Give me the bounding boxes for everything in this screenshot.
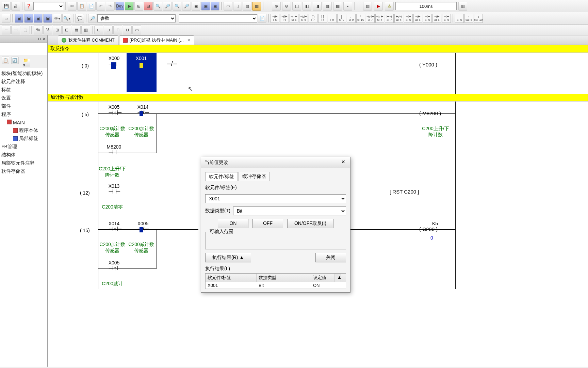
dialog-close-icon[interactable]: ✕ (340, 159, 347, 166)
tb-search1-icon[interactable]: 🔍 (153, 2, 162, 11)
tb3-b8-icon[interactable]: ▤ (72, 26, 81, 34)
tb-zoom1-icon[interactable]: ⊕ (272, 2, 281, 11)
tab-comment[interactable]: 软元件注释 COMMENT (58, 35, 118, 45)
tb-redo-icon[interactable]: ↷ (106, 2, 115, 11)
side-tb3-icon[interactable]: 📁▾ (23, 59, 30, 66)
m8200-contact[interactable]: ⊣ ⊢ (108, 149, 121, 156)
tb-print-icon[interactable]: 🖨 (11, 2, 20, 11)
tb2-b7-icon[interactable]: 🔍▾ (62, 14, 71, 23)
fkey-af7[interactable]: ⊢⊣aF7 (385, 14, 394, 23)
fkey-caf8[interactable]: ⊣⊢aF5 (442, 14, 451, 23)
tb2-b3-icon[interactable]: ▣ (24, 14, 33, 23)
tb-zoom5-icon[interactable]: ◨ (313, 2, 322, 11)
tb-combo-1[interactable] (33, 2, 64, 10)
fkey-cf9[interactable]: ⌐cF9 (347, 14, 356, 23)
dialog-tab-buffer[interactable]: 缓冲存储器 (239, 172, 270, 181)
x014b-contact[interactable]: ⊣↑⊢ (108, 225, 122, 233)
fkey-f9[interactable]: ─F9 (328, 14, 337, 23)
fkey-caf5-1[interactable]: ⊣⊢aF5 (404, 14, 413, 23)
tree-item-fb[interactable]: FB管理 (1, 143, 46, 151)
tb-sim2-icon[interactable]: ▥ (458, 2, 467, 11)
side-tb1-icon[interactable]: 📋 (2, 57, 9, 64)
tb-zoom4-icon[interactable]: ◧ (303, 2, 311, 11)
tree-item-module[interactable]: 模块(智能功能模块) (1, 70, 46, 78)
tb-dev5-icon[interactable]: ▣ (192, 2, 200, 11)
on-button[interactable]: ON (218, 219, 248, 228)
fkey-cf10[interactable]: ┘cF10 (356, 14, 365, 23)
tb-search2-icon[interactable]: 🔎 (163, 2, 172, 11)
scroll-up-icon[interactable]: ▲ (335, 274, 341, 282)
tb-paste-icon[interactable]: 📄 (87, 2, 96, 11)
tree-item-label[interactable]: 标签 (1, 86, 46, 94)
tb3-b13-icon[interactable]: ⊔ (123, 26, 132, 34)
tb-copy-icon[interactable]: 📋 (77, 2, 86, 11)
tb-cut-icon[interactable]: ✂ (68, 2, 77, 11)
tb3-b5-icon[interactable]: % (43, 26, 52, 34)
tb-warn-icon[interactable]: ⚠ (385, 2, 394, 11)
tb2-b6-icon[interactable]: 👁▾ (53, 14, 62, 23)
tb2-b4-icon[interactable]: ▣ (34, 14, 43, 23)
tab-close-icon[interactable]: ✕ (187, 38, 191, 43)
y000-coil[interactable]: ( Y000 ) (419, 62, 437, 67)
tb3-b6-icon[interactable]: ⊞ (53, 26, 62, 34)
rst-inst[interactable]: [ RST C200 ] (390, 189, 419, 195)
tb3-b12-icon[interactable]: ⊓ (113, 26, 122, 34)
tb3-b2-icon[interactable]: ⊣ (11, 26, 20, 34)
tb2-combo-2[interactable] (179, 14, 257, 22)
tb-dev7-icon[interactable]: ▣ (211, 2, 219, 11)
tb3-b7-icon[interactable]: ⊟ (62, 26, 71, 34)
tb-zoom8-icon[interactable]: ▪ (343, 2, 352, 11)
tb3-b1-icon[interactable]: ⊢ (2, 26, 11, 34)
device-select[interactable]: X001 (205, 194, 346, 203)
fkey-sf9[interactable]: │sF9 (337, 14, 346, 23)
type-select[interactable]: Bit (233, 206, 346, 215)
tb2-b2-icon[interactable]: ▣ (15, 14, 23, 23)
toggle-button[interactable]: ON/OFF取反(I) (287, 219, 333, 228)
tb-win4-icon[interactable]: ▦ (252, 2, 261, 11)
fkey-sf7[interactable]: ⊣P⊢sF7 (366, 14, 375, 23)
tb-zoom3-icon[interactable]: ◫ (292, 2, 301, 11)
x005b-contact[interactable]: ⊣/⊢ (137, 225, 150, 233)
not-contact[interactable]: ─/─ (167, 60, 177, 67)
x014-contact[interactable]: ⊣/⊢ (137, 109, 150, 117)
result-toggle-button[interactable]: 执行结果(R) ▲ (205, 253, 251, 262)
fkey-f8[interactable]: [ ]F8 (318, 14, 327, 23)
tb2-b5-icon[interactable]: ▣ (43, 14, 52, 23)
tb-dev1-icon[interactable]: Dev (115, 2, 124, 11)
fkey-sf8[interactable]: ⊣F⊢sF8 (375, 14, 384, 23)
tb-dev2-icon[interactable]: ▶ (125, 2, 134, 11)
tb-sim1-icon[interactable]: ▤ (363, 2, 372, 11)
fkey-caf6[interactable]: ⊣⊢aF5 (423, 14, 432, 23)
tb3-b14-icon[interactable]: ▭ (132, 26, 141, 34)
x013-contact[interactable]: ⊣ ⊢ (108, 188, 121, 195)
close-button[interactable]: 关闭 (315, 253, 346, 262)
tb-dev6-icon[interactable]: ▣ (201, 2, 210, 11)
tb3-b9-icon[interactable]: ▥ (81, 26, 90, 34)
result-row-1[interactable]: X001 Bit ON (206, 282, 346, 289)
close-icon[interactable]: ✕ (43, 37, 46, 41)
tree-item-body[interactable]: 程序本体 (1, 126, 46, 135)
tb2-find-icon[interactable]: 🔎 (88, 14, 97, 23)
tb-dev3-icon[interactable]: ⊞ (134, 2, 143, 11)
tb3-b4-icon[interactable]: % (34, 26, 43, 34)
tb-dev4-icon[interactable]: ⊟ (144, 2, 153, 11)
pin-icon[interactable]: ⊓ (38, 37, 41, 41)
tb-save-icon[interactable]: 💾 (2, 2, 11, 11)
tb3-b3-icon[interactable]: ▢ (21, 26, 30, 34)
tab-prg-main[interactable]: [PRG]监视 执行中 MAIN (... ✕ (119, 35, 194, 45)
tree-item-program[interactable]: 程序 (1, 110, 46, 119)
tree-item-parts[interactable]: 部件 (1, 102, 46, 110)
tb2-combo-param[interactable]: 参数 (97, 14, 176, 22)
fkey-af8[interactable]: ⊢/⊣aF8 (394, 14, 403, 23)
tb-zoom2-icon[interactable]: ⊖ (282, 2, 291, 11)
tree-item-setting[interactable]: 设置 (1, 94, 46, 102)
fkey-caf5-b[interactable]: ←caF5 (464, 14, 473, 23)
x005c-contact[interactable]: ⊣↑⊢ (108, 264, 122, 272)
tb-win1-icon[interactable]: ▭ (224, 2, 232, 11)
c200-coil[interactable]: ( C200 ) (419, 226, 438, 232)
tree-item-struct[interactable]: 结构体 (1, 151, 46, 159)
x005-contact[interactable]: ⊣↑⊢ (108, 109, 122, 117)
tb3-b11-icon[interactable]: ⊐ (104, 26, 113, 34)
fkey-caf7[interactable]: ⊣⊢aF5 (432, 14, 441, 23)
tb2-b8-icon[interactable]: 💬 (75, 14, 84, 23)
